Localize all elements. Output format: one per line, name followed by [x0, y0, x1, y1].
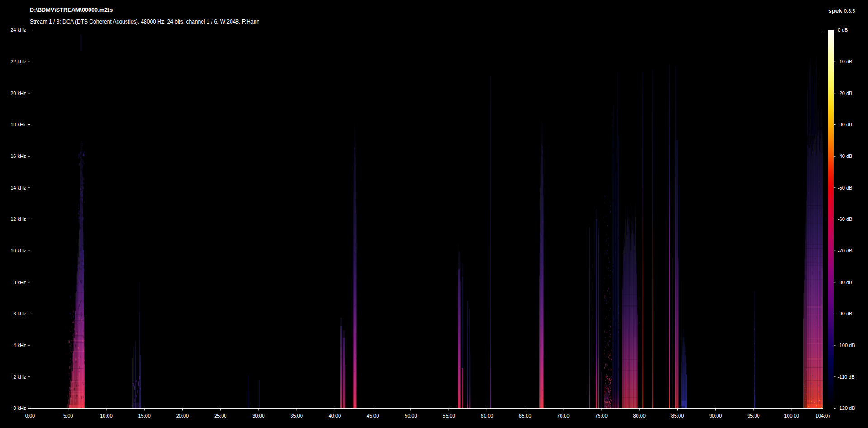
svg-text:2 kHz: 2 kHz	[13, 374, 26, 380]
svg-text:85:00: 85:00	[671, 413, 684, 418]
svg-text:25:00: 25:00	[214, 413, 227, 418]
svg-text:20 kHz: 20 kHz	[10, 90, 26, 96]
svg-text:90:00: 90:00	[709, 413, 722, 418]
svg-text:-90 dB: -90 dB	[838, 311, 852, 316]
svg-text:65:00: 65:00	[519, 413, 532, 418]
svg-text:D:\BDMV\STREAM\00000.m2ts: D:\BDMV\STREAM\00000.m2ts	[30, 7, 113, 13]
svg-text:16 kHz: 16 kHz	[10, 153, 26, 159]
svg-text:15:00: 15:00	[138, 413, 151, 418]
svg-text:-40 dB: -40 dB	[838, 153, 852, 159]
svg-text:-70 dB: -70 dB	[838, 248, 852, 253]
svg-text:6 kHz: 6 kHz	[13, 311, 26, 316]
svg-text:8 kHz: 8 kHz	[13, 280, 26, 285]
svg-text:14 kHz: 14 kHz	[10, 185, 26, 190]
svg-text:80:00: 80:00	[633, 413, 646, 418]
svg-text:55:00: 55:00	[443, 413, 455, 418]
svg-text:0 dB: 0 dB	[838, 27, 848, 33]
svg-text:4 kHz: 4 kHz	[13, 342, 26, 348]
svg-text:18 kHz: 18 kHz	[10, 122, 26, 127]
svg-text:40:00: 40:00	[329, 413, 341, 418]
svg-text:-60 dB: -60 dB	[838, 216, 852, 222]
svg-text:100:00: 100:00	[784, 413, 799, 418]
svg-text:10:00: 10:00	[100, 413, 113, 418]
svg-text:-20 dB: -20 dB	[838, 90, 852, 96]
svg-text:10 kHz: 10 kHz	[10, 248, 26, 253]
svg-text:-30 dB: -30 dB	[838, 122, 852, 127]
svg-text:0:00: 0:00	[25, 413, 35, 418]
svg-text:-50 dB: -50 dB	[838, 185, 852, 190]
svg-text:104:07: 104:07	[816, 413, 831, 418]
svg-text:22 kHz: 22 kHz	[10, 59, 26, 64]
svg-text:45:00: 45:00	[367, 413, 379, 418]
svg-text:-10 dB: -10 dB	[838, 59, 852, 64]
svg-text:50:00: 50:00	[405, 413, 417, 418]
svg-text:70:00: 70:00	[557, 413, 570, 418]
svg-text:-110 dB: -110 dB	[838, 374, 855, 380]
svg-text:0 kHz: 0 kHz	[13, 405, 26, 411]
svg-text:12 kHz: 12 kHz	[10, 216, 26, 222]
svg-text:-120 dB: -120 dB	[838, 405, 855, 411]
svg-text:0.8.5: 0.8.5	[844, 8, 855, 14]
svg-text:20:00: 20:00	[176, 413, 189, 418]
svg-text:spek: spek	[828, 7, 842, 14]
svg-text:75:00: 75:00	[595, 413, 608, 418]
svg-text:35:00: 35:00	[290, 413, 303, 418]
svg-text:-80 dB: -80 dB	[838, 280, 852, 285]
svg-text:24 kHz: 24 kHz	[10, 27, 26, 33]
svg-text:95:00: 95:00	[747, 413, 760, 418]
svg-text:-100 dB: -100 dB	[838, 342, 855, 348]
svg-text:30:00: 30:00	[252, 413, 265, 418]
svg-text:Stream 1 / 3: DCA (DTS Coheren: Stream 1 / 3: DCA (DTS Coherent Acoustic…	[30, 19, 259, 25]
svg-text:60:00: 60:00	[481, 413, 494, 418]
svg-text:5:00: 5:00	[63, 413, 73, 418]
